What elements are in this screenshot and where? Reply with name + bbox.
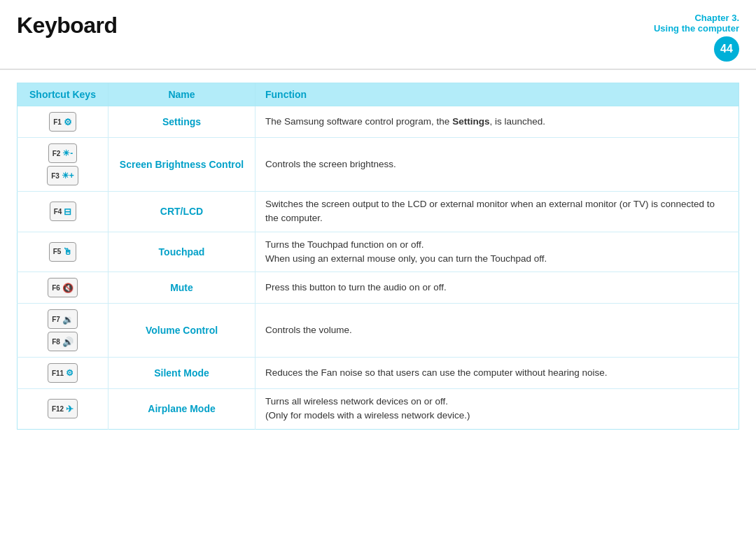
shortcut-key-cell: F7 🔉 F8 🔊 bbox=[18, 304, 108, 358]
page-header: Keyboard Chapter 3. Using the computer 4… bbox=[0, 0, 756, 70]
table-row: F5 🖱 Touchpad Turns the Touchpad functio… bbox=[18, 232, 739, 272]
table-row: F7 🔉 F8 🔊 Volume Control Controls the vo… bbox=[18, 304, 739, 358]
page-number-badge: 44 bbox=[714, 36, 739, 62]
shortcut-key-cell: F4 ⊟ bbox=[18, 192, 108, 232]
function-cell: Switches the screen output to the LCD or… bbox=[255, 192, 739, 232]
key-box-f3: F3 ☀+ bbox=[47, 166, 78, 185]
key-group: F7 🔉 F8 🔊 bbox=[27, 309, 98, 351]
col-function: Function bbox=[255, 83, 739, 106]
shortcut-key-cell: F12 ✈ bbox=[18, 389, 108, 430]
key-box-f7: F7 🔉 bbox=[48, 309, 78, 329]
key-box-f8: F8 🔊 bbox=[48, 332, 78, 351]
table-row: F12 ✈ Airplane Mode Turns all wireless n… bbox=[18, 389, 739, 430]
key-box-f4: F4 ⊟ bbox=[50, 202, 76, 221]
table-row: F2 ☀- F3 ☀+ Screen Brightness Control Co… bbox=[18, 138, 739, 192]
chapter-info: Chapter 3. Using the computer 44 bbox=[654, 13, 739, 62]
key-group: F1 ⚙ bbox=[27, 112, 98, 132]
key-group: F4 ⊟ bbox=[27, 202, 98, 221]
key-group: F11 ⚙ bbox=[27, 363, 98, 383]
page-title: Keyboard bbox=[17, 13, 118, 38]
function-cell: Turns all wireless network devices on or… bbox=[255, 389, 739, 430]
name-cell: Mute bbox=[108, 272, 255, 304]
function-cell: Reduces the Fan noise so that users can … bbox=[255, 358, 739, 389]
shortcut-key-cell: F11 ⚙ bbox=[18, 358, 108, 389]
function-cell: Controls the volume. bbox=[255, 304, 739, 358]
col-name: Name bbox=[108, 83, 255, 106]
function-cell: Turns the Touchpad function on or off.Wh… bbox=[255, 232, 739, 272]
table-header-row: Shortcut Keys Name Function bbox=[18, 83, 739, 106]
key-box-f11: F11 ⚙ bbox=[48, 363, 78, 383]
keyboard-table-wrapper: Shortcut Keys Name Function F1 ⚙ Setting… bbox=[0, 70, 756, 430]
key-box-f1: F1 ⚙ bbox=[49, 112, 76, 132]
name-cell: Volume Control bbox=[108, 304, 255, 358]
key-box-f12: F12 ✈ bbox=[48, 399, 78, 418]
function-cell: Press this button to turn the audio on o… bbox=[255, 272, 739, 304]
key-box-f5: F5 🖱 bbox=[49, 242, 77, 262]
function-cell: Controls the screen brightness. bbox=[255, 138, 739, 192]
table-row: F11 ⚙ Silent Mode Reduces the Fan noise … bbox=[18, 358, 739, 389]
key-box-f2: F2 ☀- bbox=[48, 143, 78, 163]
key-box-f6: F6 🔇 bbox=[48, 278, 78, 297]
table-row: F4 ⊟ CRT/LCD Switches the screen output … bbox=[18, 192, 739, 232]
shortcut-key-cell: F5 🖱 bbox=[18, 232, 108, 272]
key-group: F2 ☀- F3 ☀+ bbox=[27, 143, 98, 185]
name-cell: Settings bbox=[108, 106, 255, 138]
name-cell: Screen Brightness Control bbox=[108, 138, 255, 192]
function-cell: The Samsung software control program, th… bbox=[255, 106, 739, 138]
shortcut-key-cell: F1 ⚙ bbox=[18, 106, 108, 138]
table-row: F1 ⚙ Settings The Samsung software contr… bbox=[18, 106, 739, 138]
key-group: F5 🖱 bbox=[27, 242, 98, 262]
name-cell: Silent Mode bbox=[108, 358, 255, 389]
shortcut-key-cell: F6 🔇 bbox=[18, 272, 108, 304]
shortcut-key-cell: F2 ☀- F3 ☀+ bbox=[18, 138, 108, 192]
name-cell: Airplane Mode bbox=[108, 389, 255, 430]
keyboard-table: Shortcut Keys Name Function F1 ⚙ Setting… bbox=[17, 83, 739, 430]
key-group: F6 🔇 bbox=[27, 278, 98, 297]
key-group: F12 ✈ bbox=[27, 399, 98, 418]
name-cell: CRT/LCD bbox=[108, 192, 255, 232]
col-shortcut-keys: Shortcut Keys bbox=[18, 83, 108, 106]
table-row: F6 🔇 Mute Press this button to turn the … bbox=[18, 272, 739, 304]
name-cell: Touchpad bbox=[108, 232, 255, 272]
chapter-label: Chapter 3. Using the computer bbox=[654, 13, 739, 34]
